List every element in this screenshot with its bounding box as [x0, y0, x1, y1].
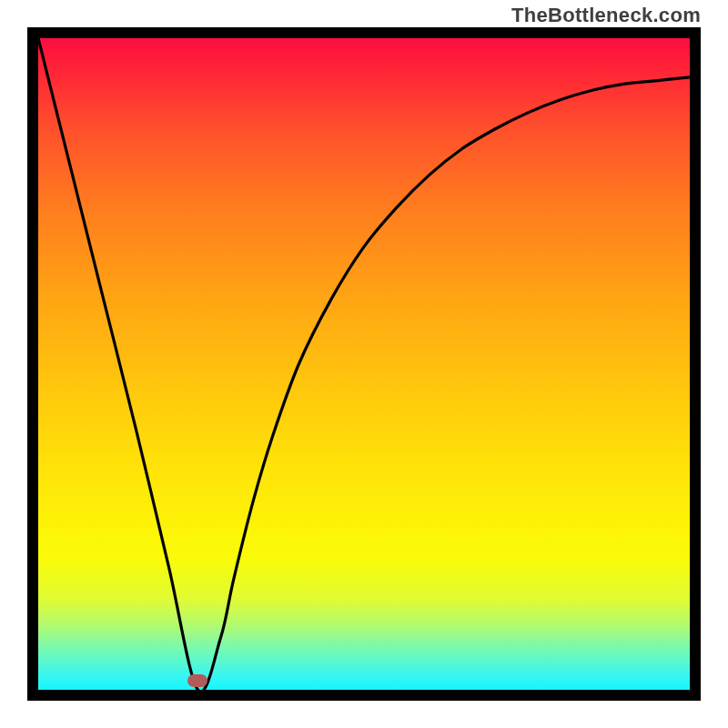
plot-frame	[27, 27, 701, 701]
curve-path	[38, 38, 690, 690]
watermark-text: TheBottleneck.com	[511, 4, 701, 27]
bottleneck-curve	[38, 38, 690, 690]
chart-container: TheBottleneck.com	[0, 0, 728, 728]
optimal-point-marker	[187, 674, 207, 687]
